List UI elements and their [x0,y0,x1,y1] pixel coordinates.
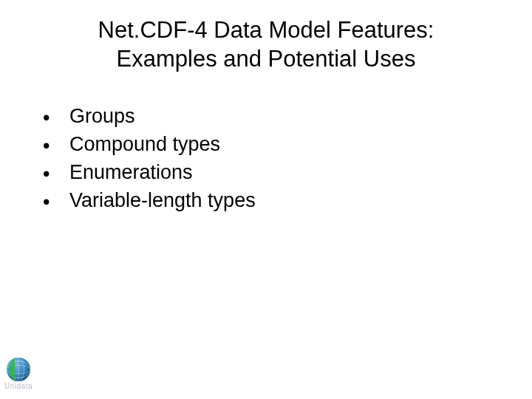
bullet-icon: • [43,108,69,128]
title-line-2: Examples and Potential Uses [44,45,488,74]
bullet-text: Compound types [69,132,220,157]
list-item: • Groups [43,103,256,129]
globe-icon [4,355,33,383]
list-item: • Variable-length types [43,188,256,214]
unidata-logo: Unidata [4,355,33,390]
bullet-icon: • [43,192,69,212]
bullet-text: Groups [69,103,135,129]
bullet-text: Variable-length types [69,188,256,214]
slide-title: Net.CDF-4 Data Model Features: Examples … [0,16,532,74]
list-item: • Enumerations [43,160,256,185]
title-line-1: Net.CDF-4 Data Model Features: [44,16,488,45]
bullet-text: Enumerations [69,160,193,185]
bullet-icon: • [43,164,69,184]
bullet-list: • Groups • Compound types • Enumerations… [43,103,256,216]
bullet-icon: • [43,136,69,156]
list-item: • Compound types [43,132,256,157]
